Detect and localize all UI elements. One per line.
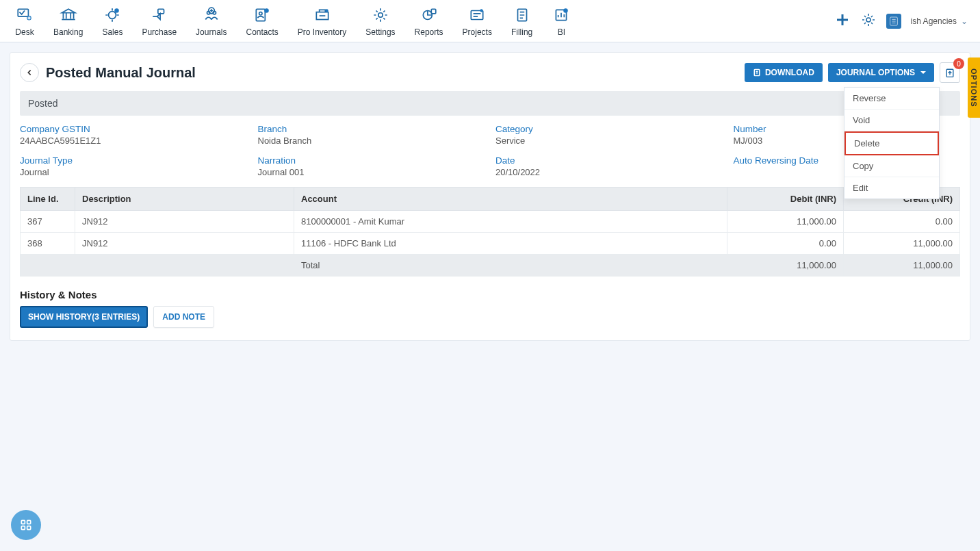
field-narration: Narration Journal 001 [258,155,485,177]
cell-desc: JN912 [75,211,294,233]
svg-point-20 [564,8,569,13]
company-name: ish Agencies [911,16,957,26]
settings-icon [371,5,390,25]
field-label: Category [495,124,723,134]
nav-settings[interactable]: Settings [356,3,404,40]
field-branch: Branch Noida Branch [258,124,485,146]
table-row: 367 JN912 8100000001 - Amit Kumar 11,000… [21,211,960,233]
field-category: Category Service [495,124,723,146]
sales-icon [103,5,122,25]
table-row: 368 JN912 11106 - HDFC Bank Ltd 0.00 11,… [21,233,960,255]
journal-options-dropdown: Reverse Void Delete Copy Edit [844,87,940,199]
cell-account: 8100000001 - Amit Kumar [294,211,727,233]
header-actions: DOWNLOAD JOURNAL OPTIONS 0 Reverse Void … [745,62,960,83]
download-icon [753,68,761,77]
reports-icon [420,5,439,25]
field-gstin: Company GSTIN 24AABCA5951E1Z1 [20,124,247,146]
contacts-icon [253,5,272,25]
cell-debit: 11,000.00 [727,211,844,233]
nav-purchase[interactable]: Purchase [132,3,186,40]
nav-contacts[interactable]: Contacts [236,3,287,40]
nav-label: Banking [53,27,83,37]
cell-line-id: 367 [21,211,75,233]
nav-banking[interactable]: Banking [44,3,92,40]
cell-credit: 0.00 [844,211,960,233]
history-title: History & Notes [20,289,960,300]
back-button[interactable] [20,63,39,82]
journal-options-label: JOURNAL OPTIONS [836,68,915,77]
history-section: History & Notes SHOW HISTORY(3 ENTRIES) … [20,289,960,328]
caret-down-icon [920,71,926,74]
svg-point-12 [325,9,328,12]
download-button[interactable]: DOWNLOAD [745,63,823,82]
field-value: Journal [20,167,247,177]
svg-point-3 [115,8,120,13]
nav-label: Projects [463,27,492,37]
add-icon[interactable] [834,12,851,30]
journal-options-button[interactable]: JOURNAL OPTIONS [828,63,934,82]
page-header: Posted Manual Journal DOWNLOAD JOURNAL O… [20,62,960,83]
field-value: Service [495,136,723,146]
total-credit: 11,000.00 [844,255,960,277]
show-history-button[interactable]: SHOW HISTORY(3 ENTRIES) [20,306,148,328]
col-line-id: Line Id. [21,188,75,211]
cell-desc: JN912 [75,233,294,255]
options-side-tab[interactable]: OPTIONS [968,57,980,118]
table-header-row: Line Id. Description Account Debit (INR)… [21,188,960,211]
banking-icon [59,5,78,25]
nav-label: Pro Inventory [298,27,346,37]
nav-label: Desk [15,27,34,37]
nav-label: Sales [102,27,122,37]
col-account: Account [294,188,727,211]
nav-projects[interactable]: Projects [453,3,502,40]
dropdown-delete[interactable]: Delete [844,131,939,155]
dropdown-void[interactable]: Void [844,110,939,131]
total-label: Total [294,255,727,277]
cell-debit: 0.00 [727,233,844,255]
nav-label: Journals [196,27,227,37]
field-value: Noida Branch [258,136,485,146]
download-label: DOWNLOAD [765,68,814,77]
add-note-button[interactable]: ADD NOTE [153,306,214,328]
total-debit: 11,000.00 [727,255,844,277]
col-debit: Debit (INR) [727,188,844,211]
nav-label: BI [558,27,565,37]
nav-bi[interactable]: BI [542,3,580,40]
nav-label: Contacts [246,27,278,37]
nav-items: Desk Banking Sales Purchase Journals Con… [5,3,580,40]
calculator-icon[interactable] [886,14,901,29]
col-description: Description [75,188,294,211]
filling-icon [513,5,532,25]
field-label: Branch [258,124,485,134]
nav-label: Filling [511,27,532,37]
dropdown-edit[interactable]: Edit [844,177,939,198]
company-dropdown[interactable]: ish Agencies ⌄ [911,16,968,26]
nav-right: ish Agencies ⌄ [834,12,975,30]
nav-filling[interactable]: Filling [502,3,542,40]
nav-desk[interactable]: Desk [5,3,44,40]
svg-rect-4 [158,9,164,13]
field-label: Company GSTIN [20,124,247,134]
nav-sales[interactable]: Sales [92,3,132,40]
svg-point-21 [866,18,871,22]
chevron-down-icon: ⌄ [961,16,968,26]
bi-icon [552,5,571,25]
nav-proinventory[interactable]: Pro Inventory [288,3,356,40]
purchase-icon [150,5,169,25]
journal-lines-table: Line Id. Description Account Debit (INR)… [20,187,960,277]
svg-point-10 [264,8,269,13]
attachments-button[interactable]: 0 [940,62,960,83]
field-journal-type: Journal Type Journal [20,155,247,177]
dropdown-reverse[interactable]: Reverse [844,88,939,110]
field-value: 24AABCA5951E1Z1 [20,136,247,146]
field-value: Journal 001 [258,167,485,177]
svg-point-9 [259,12,262,14]
cell-account: 11106 - HDFC Bank Ltd [294,233,727,255]
nav-reports[interactable]: Reports [405,3,453,40]
svg-point-13 [378,12,383,17]
nav-journals[interactable]: Journals [186,3,236,40]
dropdown-copy[interactable]: Copy [844,155,939,177]
gear-icon[interactable] [860,12,877,30]
main-panel: Posted Manual Journal DOWNLOAD JOURNAL O… [10,52,970,341]
projects-icon [467,5,487,25]
